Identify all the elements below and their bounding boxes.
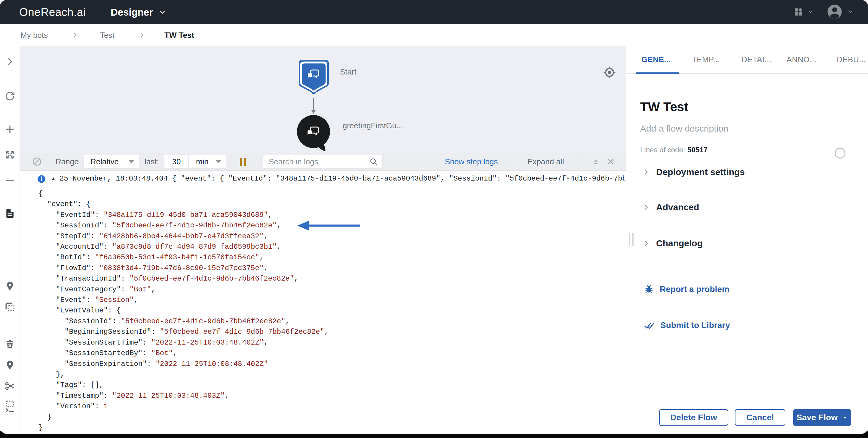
log-json-line: "Timestamp": "2022-11-25T10:03:48.403Z", bbox=[38, 390, 329, 401]
log-entry-preview: 25 November, 18:03:48.404 { "event": { "… bbox=[60, 173, 625, 185]
log-json: {"event": {"EventId": "348a1175-d119-45d… bbox=[38, 188, 329, 433]
selection-terminal-icon[interactable] bbox=[4, 400, 16, 412]
delete-flow-button[interactable]: Delete Flow bbox=[659, 409, 728, 426]
breadcrumb-test[interactable]: Test bbox=[100, 24, 115, 46]
lines-of-code-label: Lines of code: bbox=[640, 146, 685, 154]
panel-resize-handle[interactable] bbox=[629, 233, 633, 246]
step-node[interactable] bbox=[296, 115, 333, 153]
info-icon bbox=[37, 175, 46, 185]
flow-connector bbox=[313, 98, 314, 112]
location-pin-icon[interactable] bbox=[5, 281, 15, 291]
user-avatar-icon[interactable] bbox=[827, 4, 843, 21]
log-json-line: "SessionStartTime": "2022-11-25T10:03:48… bbox=[38, 337, 329, 348]
collapse-triangle-icon[interactable]: ▲ bbox=[51, 173, 56, 185]
breadcrumb-my-bots[interactable]: My bots bbox=[21, 24, 48, 46]
expand-icon[interactable] bbox=[4, 149, 15, 160]
chevron-down-icon[interactable] bbox=[807, 8, 814, 16]
start-node[interactable] bbox=[298, 59, 330, 98]
log-json-line: "BeginningSessionId": "5f0cbeed-ee7f-4d1… bbox=[38, 326, 329, 337]
tab-debug[interactable]: DEBU... bbox=[837, 46, 866, 73]
log-json-line: "TransactionId": "5f0cbeed-ee7f-4d1c-9d6… bbox=[38, 273, 329, 284]
expand-all-button[interactable]: Expand all bbox=[527, 153, 564, 170]
range-select[interactable]: Relative bbox=[84, 155, 139, 168]
node-label: greetingFirstGu... bbox=[343, 121, 403, 130]
document-icon[interactable] bbox=[4, 208, 15, 219]
unit-select[interactable]: min bbox=[189, 155, 226, 168]
save-flow-button[interactable]: Save Flow bbox=[793, 409, 851, 426]
log-json-line: "SessionStartedBy": "Bot", bbox=[38, 348, 329, 358]
tab-annotations[interactable]: ANNO... bbox=[786, 46, 816, 73]
log-json-line: "SessionExpiration": "2022-11-25T10:08:4… bbox=[38, 359, 329, 369]
section-advanced[interactable]: Advanced bbox=[643, 201, 699, 213]
log-json-line: "Version": 1 bbox=[38, 401, 329, 412]
settings-panel: GENE... TEMP... DETAI... ANNO... DEBU...… bbox=[626, 46, 868, 434]
delete-selection-icon[interactable] bbox=[5, 339, 15, 349]
log-json-line: "SessionId": "5f0cbeed-ee7f-4d1c-9d6b-7b… bbox=[38, 316, 329, 326]
section-label: Changelog bbox=[656, 238, 703, 248]
product-menu-label: Designer bbox=[111, 7, 153, 18]
divider bbox=[515, 153, 515, 170]
chevron-down-icon[interactable] bbox=[847, 8, 854, 16]
refresh-icon[interactable] bbox=[5, 91, 15, 101]
chevron-down-icon bbox=[158, 8, 166, 16]
flow-canvas[interactable]: Start greetingFirstGu... bbox=[20, 46, 626, 153]
cancel-button[interactable]: Cancel bbox=[735, 409, 785, 426]
last-label: last: bbox=[145, 153, 159, 170]
search-input[interactable] bbox=[263, 157, 369, 166]
collapse-panel-icon[interactable] bbox=[591, 157, 600, 166]
plus-icon[interactable] bbox=[5, 124, 15, 134]
log-panel: Range Relative last: 30 min bbox=[20, 153, 626, 434]
log-entry-header[interactable]: ▲ 25 November, 18:03:48.404 { "event": {… bbox=[20, 173, 626, 185]
locate-target-icon[interactable] bbox=[602, 65, 616, 81]
breadcrumb: My bots Test TW Test bbox=[0, 24, 868, 46]
search-icon[interactable] bbox=[369, 157, 378, 166]
product-menu[interactable]: Designer bbox=[111, 0, 166, 24]
flow-description-placeholder[interactable]: Add a flow description bbox=[640, 123, 728, 134]
log-json-line: { bbox=[38, 188, 329, 199]
lines-of-code-value: 50517 bbox=[687, 146, 708, 154]
tab-details[interactable]: DETAI... bbox=[741, 46, 772, 73]
onereach-logo: OneReach.ai bbox=[19, 0, 86, 24]
ban-icon[interactable] bbox=[32, 157, 42, 167]
log-json-line: "EventId": "348a1175-d119-45d0-ba71-aca5… bbox=[38, 210, 329, 220]
pause-icon[interactable] bbox=[240, 158, 246, 166]
range-select-value: Relative bbox=[90, 157, 119, 166]
log-json-line: "EventValue": { bbox=[38, 305, 329, 316]
unit-select-value: min bbox=[196, 157, 209, 166]
flow-connector-arrowhead bbox=[311, 110, 316, 114]
section-changelog[interactable]: Changelog bbox=[643, 237, 703, 249]
tab-templates[interactable]: TEMP... bbox=[692, 46, 720, 73]
save-flow-label: Save Flow bbox=[797, 413, 838, 423]
log-toolbar: Range Relative last: 30 min bbox=[20, 153, 626, 170]
tab-general[interactable]: GENE... bbox=[641, 46, 671, 73]
dropdown-triangle-icon bbox=[842, 415, 848, 420]
close-icon[interactable] bbox=[606, 157, 615, 166]
submit-to-library-link[interactable]: Submit to Library bbox=[644, 319, 730, 332]
cut-icon[interactable] bbox=[4, 381, 15, 392]
apps-grid-icon[interactable] bbox=[794, 7, 803, 18]
left-tool-rail bbox=[0, 46, 20, 434]
last-value-input[interactable]: 30 bbox=[164, 155, 189, 168]
app-frame: OneReach.ai Designer bbox=[0, 0, 868, 434]
location-pin-icon[interactable] bbox=[5, 360, 15, 370]
report-a-problem-link[interactable]: Report a problem bbox=[644, 283, 730, 296]
section-deployment-settings[interactable]: Deployment settings bbox=[643, 166, 745, 178]
minus-icon[interactable] bbox=[5, 175, 15, 185]
chevron-right-icon[interactable] bbox=[5, 57, 15, 66]
show-step-logs-link[interactable]: Show step logs bbox=[445, 153, 498, 170]
flow-status-radio[interactable] bbox=[835, 148, 845, 159]
chevron-right-icon bbox=[72, 24, 78, 46]
log-json-line: "Tags": [], bbox=[38, 380, 329, 390]
log-json-line: "FlowId": "0838f3d4-719b-47d6-8c90-15e7d… bbox=[38, 263, 329, 273]
divider bbox=[626, 407, 868, 407]
app-window: OneReach.ai Designer bbox=[0, 0, 868, 438]
chevron-right-icon bbox=[643, 169, 650, 176]
submit-to-library-label: Submit to Library bbox=[660, 320, 730, 330]
top-bar: OneReach.ai Designer bbox=[0, 0, 868, 24]
annotation-arrow bbox=[297, 220, 362, 231]
copy-selection-icon[interactable] bbox=[4, 302, 15, 312]
chevron-right-icon bbox=[139, 24, 145, 46]
divider bbox=[2, 325, 18, 325]
divider bbox=[2, 196, 18, 196]
top-bar-right bbox=[794, 0, 854, 24]
